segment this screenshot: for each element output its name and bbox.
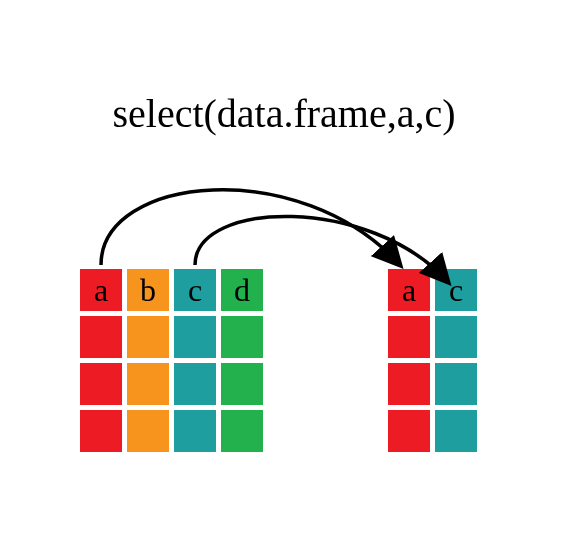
data-cell xyxy=(435,410,477,452)
column-header-a: a xyxy=(388,269,430,311)
data-cell xyxy=(388,410,430,452)
source-table: abcd xyxy=(80,269,263,452)
data-cell xyxy=(80,410,122,452)
data-cell xyxy=(388,363,430,405)
arrow-a-to-a xyxy=(101,190,400,265)
data-cell xyxy=(174,363,216,405)
data-cell xyxy=(435,363,477,405)
data-cell xyxy=(221,316,263,358)
data-cell xyxy=(174,410,216,452)
data-cell xyxy=(388,316,430,358)
column-header-c: c xyxy=(435,269,477,311)
column-header-a: a xyxy=(80,269,122,311)
column-header-c: c xyxy=(174,269,216,311)
data-cell xyxy=(80,363,122,405)
column-header-b: b xyxy=(127,269,169,311)
data-cell xyxy=(435,316,477,358)
data-cell xyxy=(221,363,263,405)
data-cell xyxy=(127,410,169,452)
data-cell xyxy=(174,316,216,358)
data-cell xyxy=(221,410,263,452)
data-cell xyxy=(127,363,169,405)
column-header-d: d xyxy=(221,269,263,311)
code-expression: select(data.frame,a,c) xyxy=(0,90,568,137)
data-cell xyxy=(127,316,169,358)
data-cell xyxy=(80,316,122,358)
result-table: ac xyxy=(388,269,477,452)
